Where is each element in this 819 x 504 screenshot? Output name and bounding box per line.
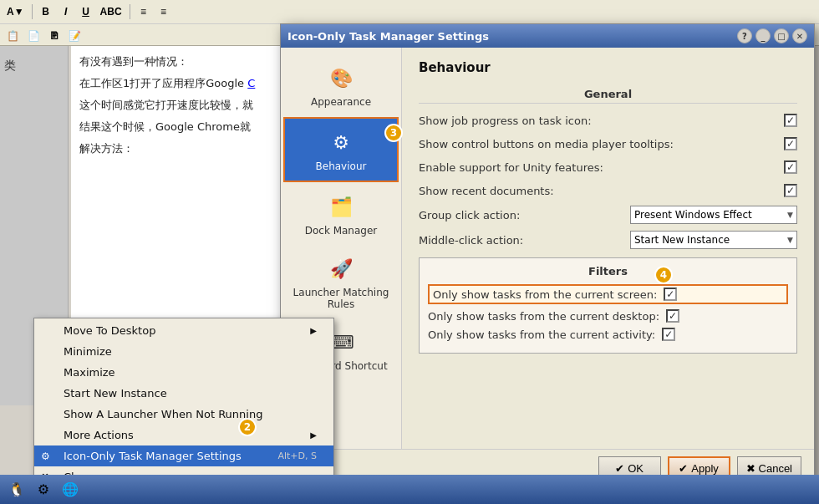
dropdown-arrow-2: ▼ [787,236,793,244]
context-item-move-to-desktop[interactable]: Move To Desktop ▶ [34,320,333,341]
tb2-1[interactable]: 📋 [3,27,23,45]
badge-3: 3 [384,124,403,142]
dropdown-group-click[interactable]: Present Windows Effect ▼ [630,206,797,224]
sidebar-label: 类 [4,59,16,74]
minimize-button[interactable]: _ [755,28,771,43]
nav-item-behaviour[interactable]: ⚙️ Behaviour [283,117,399,182]
tb2-3[interactable]: 🖹 [45,27,64,45]
bold-btn[interactable]: B [37,3,55,21]
checkbox-current-desktop[interactable] [666,309,679,323]
font-btn[interactable]: A▼ [3,3,28,21]
filter-row-current-activity: Only show tasks from the current activit… [428,328,788,341]
doc-line-1: 有没有遇到一种情况： [79,54,280,69]
option-label-unity: Enable support for Unity features: [419,161,603,174]
dropdown-arrow-1: ▼ [787,211,793,219]
help-button[interactable]: ? [737,28,752,43]
nav-item-launcher-matching[interactable]: 🚀 Launcher Matching Rules [281,245,401,318]
cancel-icon: ✖ [746,462,755,475]
checkbox-current-activity[interactable] [662,328,675,341]
dialog-window: Icon-Only Task Manager Settings ? _ □ ✕ … [280,23,815,487]
arrow-icon-more: ▶ [310,430,317,440]
launcher-icon: 🚀 [326,253,356,283]
dropdown-row-middle-click: Middle-click action: Start New Instance … [419,231,797,249]
nav-item-dock-manager[interactable]: 🗂️ Dock Manager [281,183,401,245]
context-item-show-launcher[interactable]: Show A Launcher When Not Running [34,404,333,425]
ok-icon: ✔ [615,462,624,475]
tb2-2[interactable]: 📄 [24,27,43,45]
general-title: General [419,85,797,104]
dialog-title: Icon-Only Task Manager Settings [287,30,489,43]
dropdown-label-middle-click: Middle-click action: [419,234,523,247]
dialog-titlebar: Icon-Only Task Manager Settings ? _ □ ✕ [281,24,814,48]
content-panel: Behaviour General Show job progress on t… [402,48,814,449]
context-item-maximize[interactable]: Maximize [34,362,333,383]
dropdown-middle-click-value: Start New Instance [634,234,730,246]
option-row-control-buttons: Show control buttons on media player too… [419,135,797,152]
option-label-control-buttons: Show control buttons on media player too… [419,138,674,150]
italic-btn[interactable]: I [57,3,75,21]
maximize-button[interactable]: □ [774,28,789,43]
taskbar-icon-1[interactable]: 🐧 [5,478,28,501]
list-btn[interactable]: ≡ [135,3,153,21]
tb2-4[interactable]: 📝 [65,27,84,45]
nav-item-appearance[interactable]: 🎨 Appearance [281,54,401,116]
context-item-minimize[interactable]: Minimize [34,341,333,362]
checkbox-control-buttons[interactable] [784,137,797,150]
filter-label-current-desktop: Only show tasks from the current desktop… [428,310,659,323]
list2-btn[interactable]: ≡ [155,3,173,21]
filter-label-current-screen: Only show tasks from the current screen: [433,288,657,301]
checkbox-unity[interactable] [784,160,797,174]
option-row-job-progress: Show job progress on task icon: [419,112,797,129]
filters-section: Filters Only show tasks from the current… [419,257,797,354]
toolbar-sep-1 [32,4,33,19]
option-label-recent-docs: Show recent documents: [419,185,554,197]
section-title: Behaviour [419,60,797,75]
context-item-icon-settings-label: Icon-Only Task Manager Settings [64,450,242,462]
filter-row-current-desktop: Only show tasks from the current desktop… [428,309,788,323]
ok-label: OK [628,462,644,475]
nav-item-launcher-label: Launcher Matching Rules [285,287,397,310]
close-button[interactable]: ✕ [792,28,807,43]
context-menu: Move To Desktop ▶ Minimize Maximize Star… [33,318,334,490]
taskbar: 🐧 ⚙️ 🌐 [0,475,819,504]
appearance-icon: 🎨 [326,63,356,93]
dropdown-group-click-value: Present Windows Effect [634,209,752,221]
checkbox-recent-docs[interactable] [784,184,797,197]
option-row-recent-docs: Show recent documents: [419,182,797,199]
filter-row-current-screen: Only show tasks from the current screen: [428,284,788,304]
cancel-label: Cancel [759,462,792,475]
underline-btn[interactable]: U [77,3,95,21]
apply-icon: ✔ [679,462,688,475]
context-item-move-label: Move To Desktop [64,324,155,337]
doc-line-5: 解决方法： [79,141,280,156]
doc-line-4: 结果这个时候，Google Chrome就 [79,120,280,135]
dropdown-middle-click[interactable]: Start New Instance ▼ [630,231,797,249]
filter-label-current-activity: Only show tasks from the current activit… [428,328,655,341]
doc-line-3: 这个时间感觉它打开速度比较慢，就 [79,98,280,113]
nav-item-dock-label: Dock Manager [305,225,378,237]
context-item-more-actions[interactable]: More Actions ▶ [34,425,333,445]
badge-4: 4 [654,266,673,284]
checkbox-job-progress[interactable] [784,114,797,127]
context-item-icon-settings[interactable]: ⚙ Icon-Only Task Manager Settings Alt+D,… [34,445,333,466]
context-item-maximize-label: Maximize [64,366,115,379]
context-item-new-instance[interactable]: Start New Instance [34,383,333,404]
context-item-new-instance-label: Start New Instance [64,387,167,400]
nav-item-appearance-label: Appearance [311,96,371,108]
option-row-unity: Enable support for Unity features: [419,159,797,176]
context-item-show-launcher-label: Show A Launcher When Not Running [64,408,262,420]
dialog-body: 🎨 Appearance ⚙️ Behaviour 🗂️ Dock Manage… [281,48,814,449]
dropdown-label-group-click: Group click action: [419,209,520,221]
taskbar-icon-2[interactable]: ⚙️ [32,478,55,501]
abc-btn[interactable]: ABC [97,3,125,21]
toolbar-sep-2 [130,4,130,19]
dialog-titlebar-buttons: ? _ □ ✕ [737,28,807,43]
context-item-more-actions-label: More Actions [64,429,134,441]
context-item-settings-shortcut: Alt+D, S [277,451,317,461]
taskbar-icon-3[interactable]: 🌐 [58,478,82,501]
checkbox-current-screen[interactable] [664,288,677,301]
apply-label: Apply [691,462,719,475]
option-label-job-progress: Show job progress on task icon: [419,115,592,127]
behaviour-icon: ⚙️ [326,127,356,157]
arrow-icon-move: ▶ [310,326,317,335]
